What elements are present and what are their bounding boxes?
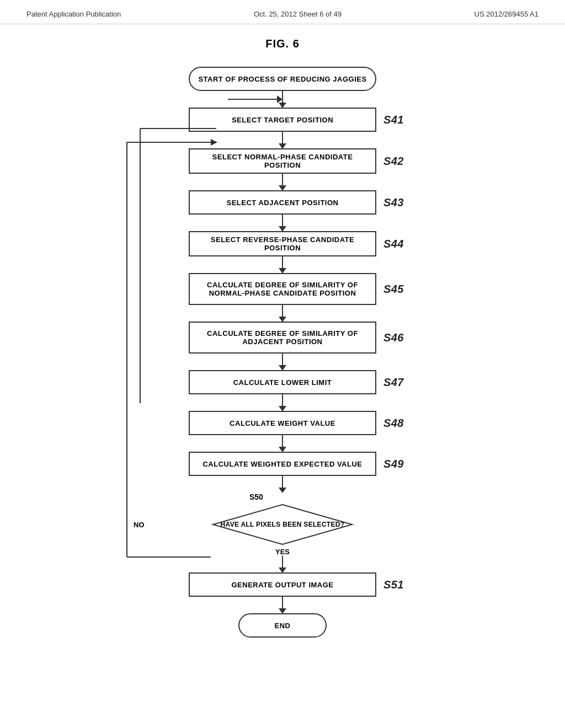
- s50-diamond-text: HAVE ALL PIXELS BEEN SELECTED?: [221, 521, 345, 528]
- step-s41-box: SELECT TARGET POSITION S41: [189, 108, 376, 132]
- end-row: END: [238, 613, 327, 638]
- step-s41-label: S41: [383, 114, 404, 126]
- header-patent-number: US 2012/269455 A1: [475, 10, 539, 18]
- arrow-s41-s42: [282, 132, 283, 148]
- step-s43-box: SELECT ADJACENT POSITION S43: [189, 190, 376, 215]
- header-publication: Patent Application Publication: [26, 10, 121, 18]
- step-s44-label: S44: [383, 238, 404, 250]
- start-box: START OF PROCESS OF REDUCING JAGGIES: [189, 67, 376, 91]
- s43-row: SELECT ADJACENT POSITION S43: [189, 190, 376, 215]
- arrow-s46-s47: [282, 354, 283, 370]
- step-s46-box: CALCULATE DEGREE OF SIMILARITY OF ADJACE…: [189, 322, 376, 354]
- loop-line: [135, 381, 212, 668]
- arrow-s45-s46: [282, 305, 283, 322]
- flowchart: START OF PROCESS OF REDUCING JAGGIES SEL…: [0, 67, 565, 660]
- arrow-s50-s51: [282, 556, 283, 572]
- step-s45-label: S45: [383, 283, 404, 296]
- arrow-s49-s50: [282, 476, 283, 493]
- step-s47-label: S47: [383, 376, 404, 389]
- s50-diamond-row: NO HAVE ALL PIXELS BEEN SELECTED?: [211, 502, 354, 547]
- s46-row: CALCULATE DEGREE OF SIMILARITY OF ADJACE…: [189, 322, 376, 354]
- s42-row: SELECT NORMAL-PHASE CANDIDATE POSITION S…: [189, 148, 376, 174]
- start-row: START OF PROCESS OF REDUCING JAGGIES: [189, 67, 376, 91]
- step-s48-label: S48: [383, 417, 404, 430]
- arrow-s51-end: [282, 597, 283, 613]
- arrow-s47-s48: [282, 394, 283, 411]
- s48-row: CALCULATE WEIGHT VALUE S48: [189, 411, 376, 435]
- figure-title: FIG. 6: [0, 38, 565, 50]
- s50-diamond: HAVE ALL PIXELS BEEN SELECTED?: [211, 502, 354, 547]
- arrow-s42-s43: [282, 174, 283, 190]
- step-s51-label: S51: [383, 579, 404, 591]
- step-s46-label: S46: [383, 331, 404, 344]
- step-s48-box: CALCULATE WEIGHT VALUE S48: [189, 411, 376, 435]
- step-s47-box: CALCULATE LOWER LIMIT S47: [189, 370, 376, 394]
- arrow-s48-s49: [282, 435, 283, 452]
- step-s49-box: CALCULATE WEIGHTED EXPECTED VALUE S49: [189, 452, 376, 476]
- step-s42-box: SELECT NORMAL-PHASE CANDIDATE POSITION S…: [189, 148, 376, 174]
- s51-row: GENERATE OUTPUT IMAGE S51: [189, 572, 376, 597]
- step-s43-label: S43: [383, 196, 404, 209]
- step-s51-box: GENERATE OUTPUT IMAGE S51: [189, 572, 376, 597]
- s49-row: CALCULATE WEIGHTED EXPECTED VALUE S49: [189, 452, 376, 476]
- step-s49-label: S49: [383, 458, 404, 470]
- step-s45-box: CALCULATE DEGREE OF SIMILARITY OF NORMAL…: [189, 273, 376, 305]
- s45-row: CALCULATE DEGREE OF SIMILARITY OF NORMAL…: [189, 273, 376, 305]
- arrow-s44-s45: [282, 256, 283, 273]
- s47-row: CALCULATE LOWER LIMIT S47: [189, 370, 376, 394]
- yes-branch: YES: [275, 547, 290, 572]
- header-date-sheet: Oct. 25, 2012 Sheet 6 of 49: [254, 10, 342, 18]
- yes-label: YES: [275, 548, 290, 556]
- s50-step-label-top: S50: [249, 493, 263, 501]
- end-box: END: [238, 613, 327, 638]
- step-s42-label: S42: [383, 155, 404, 168]
- arrow-start-s41: [282, 91, 283, 108]
- s41-row: SELECT TARGET POSITION S41: [189, 108, 376, 132]
- step-s44-box: SELECT REVERSE-PHASE CANDIDATE POSITION …: [189, 231, 376, 256]
- arrow-s43-s44: [282, 215, 283, 231]
- s44-row: SELECT REVERSE-PHASE CANDIDATE POSITION …: [189, 231, 376, 256]
- page-header: Patent Application Publication Oct. 25, …: [0, 0, 565, 24]
